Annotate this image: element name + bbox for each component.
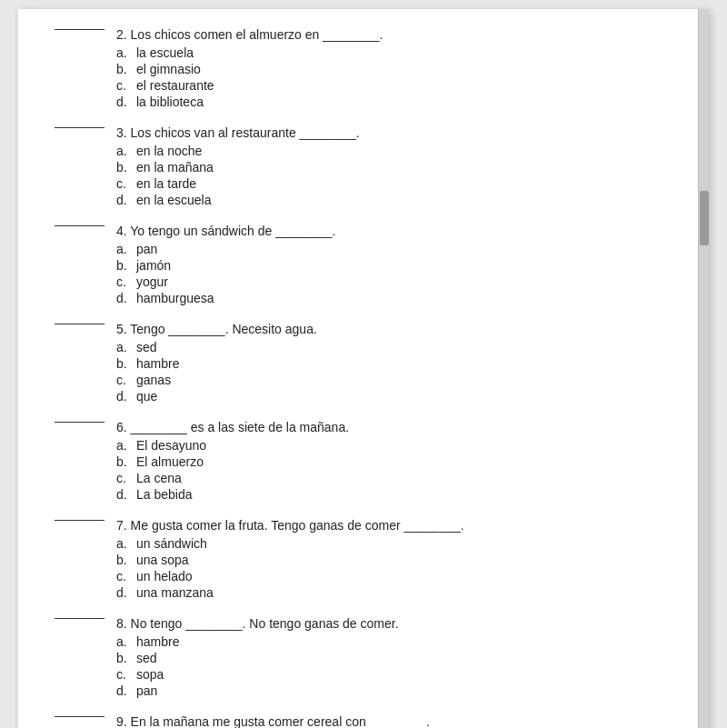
- option-text: sopa: [136, 667, 164, 682]
- option-text: El almuerzo: [136, 454, 204, 469]
- option-letter: a.: [116, 438, 136, 453]
- option-item: d.pan: [116, 683, 672, 698]
- option-text: en la mañana: [136, 160, 214, 175]
- option-text: un helado: [136, 569, 193, 583]
- option-item: b.una sopa: [116, 553, 672, 567]
- question-text-6: 6. ________ es a las siete de la mañana.: [116, 420, 672, 434]
- question-block-3: 3. Los chicos van al restaurante _______…: [55, 125, 672, 207]
- question-block-6: 6. ________ es a las siete de la mañana.…: [55, 420, 672, 502]
- option-letter: c.: [116, 373, 136, 387]
- option-item: c.el restaurante: [116, 78, 672, 93]
- option-letter: b.: [116, 160, 136, 175]
- answer-blank-9: [55, 716, 105, 717]
- option-item: a.El desayuno: [116, 438, 672, 453]
- option-letter: b.: [116, 454, 136, 469]
- option-text: la biblioteca: [136, 95, 204, 109]
- option-letter: d.: [116, 487, 136, 502]
- option-letter: c.: [116, 78, 136, 93]
- option-text: pan: [136, 242, 157, 256]
- option-text: el gimnasio: [136, 62, 201, 76]
- option-item: b.jamón: [116, 258, 672, 273]
- options-4: a.panb.jamónc.yogurd.hamburguesa: [116, 242, 672, 305]
- option-item: c.yogur: [116, 274, 672, 289]
- option-text: La cena: [136, 471, 182, 485]
- answer-blank-2: [55, 29, 105, 30]
- option-item: b.en la mañana: [116, 160, 672, 175]
- question-block-2: 2. Los chicos comen el almuerzo en _____…: [55, 27, 672, 109]
- answer-blank-7: [55, 520, 105, 521]
- page: 2. Los chicos comen el almuerzo en _____…: [18, 9, 709, 728]
- option-letter: d.: [116, 193, 136, 207]
- option-text: hamburguesa: [136, 291, 214, 305]
- option-text: ganas: [136, 373, 171, 387]
- option-text: La bebida: [136, 487, 193, 502]
- option-item: d.hamburguesa: [116, 291, 672, 305]
- option-item: d.La bebida: [116, 487, 672, 502]
- option-letter: c.: [116, 667, 136, 682]
- question-block-9: 9. En la mañana me gusta comer cereal co…: [55, 714, 672, 728]
- option-text: pan: [136, 683, 157, 698]
- option-item: c.ganas: [116, 373, 672, 387]
- option-item: a.en la noche: [116, 144, 672, 158]
- question-text-8: 8. No tengo ________. No tengo ganas de …: [116, 616, 672, 631]
- option-item: b.El almuerzo: [116, 454, 672, 469]
- option-letter: c.: [116, 569, 136, 583]
- option-item: a.pan: [116, 242, 672, 256]
- option-item: c.en la tarde: [116, 176, 672, 191]
- question-text-2: 2. Los chicos comen el almuerzo en _____…: [116, 27, 672, 42]
- answer-blank-6: [55, 422, 105, 423]
- option-text: hambre: [136, 634, 179, 649]
- question-block-5: 5. Tengo ________. Necesito agua.a.sedb.…: [55, 322, 672, 404]
- options-3: a.en la nocheb.en la mañanac.en la tarde…: [116, 144, 672, 207]
- option-letter: a.: [116, 144, 136, 158]
- option-item: d.en la escuela: [116, 193, 672, 207]
- option-letter: c.: [116, 176, 136, 191]
- question-text-3: 3. Los chicos van al restaurante _______…: [116, 125, 672, 140]
- options-6: a.El desayunob.El almuerzoc.La cenad.La …: [116, 438, 672, 502]
- question-text-4: 4. Yo tengo un sándwich de ________.: [116, 224, 672, 238]
- option-letter: a.: [116, 242, 136, 256]
- options-2: a.la escuelab.el gimnasioc.el restaurant…: [116, 45, 672, 109]
- option-text: el restaurante: [136, 78, 214, 93]
- question-block-7: 7. Me gusta comer la fruta. Tengo ganas …: [55, 518, 672, 600]
- option-letter: b.: [116, 651, 136, 665]
- option-letter: b.: [116, 62, 136, 76]
- question-text-9: 9. En la mañana me gusta comer cereal co…: [116, 714, 672, 728]
- answer-blank-5: [55, 324, 105, 324]
- option-item: c.un helado: [116, 569, 672, 583]
- option-item: a.sed: [116, 340, 672, 354]
- option-item: b.hambre: [116, 356, 672, 371]
- answer-blank-3: [55, 127, 105, 128]
- option-letter: b.: [116, 258, 136, 273]
- option-letter: d.: [116, 291, 136, 305]
- option-text: en la tarde: [136, 176, 196, 191]
- option-letter: a.: [116, 340, 136, 354]
- question-text-5: 5. Tengo ________. Necesito agua.: [116, 322, 672, 336]
- option-item: d.que: [116, 389, 672, 404]
- option-item: a.hambre: [116, 634, 672, 649]
- option-letter: d.: [116, 95, 136, 109]
- option-letter: c.: [116, 274, 136, 289]
- option-text: en la noche: [136, 144, 202, 158]
- question-block-8: 8. No tengo ________. No tengo ganas de …: [55, 616, 672, 698]
- option-item: b.el gimnasio: [116, 62, 672, 76]
- option-letter: d.: [116, 585, 136, 600]
- option-text: sed: [136, 651, 157, 665]
- option-item: a.la escuela: [116, 45, 672, 60]
- answer-blank-4: [55, 225, 105, 226]
- option-text: en la escuela: [136, 193, 212, 207]
- option-text: El desayuno: [136, 438, 206, 453]
- option-letter: c.: [116, 471, 136, 485]
- option-text: una sopa: [136, 553, 189, 567]
- option-letter: d.: [116, 683, 136, 698]
- question-text-7: 7. Me gusta comer la fruta. Tengo ganas …: [116, 518, 672, 533]
- option-item: d.la biblioteca: [116, 95, 672, 109]
- option-text: sed: [136, 340, 157, 354]
- option-text: yogur: [136, 274, 168, 289]
- scrollbar[interactable]: [698, 9, 709, 728]
- option-text: una manzana: [136, 585, 214, 600]
- option-item: a.un sándwich: [116, 536, 672, 551]
- option-letter: a.: [116, 536, 136, 551]
- option-letter: b.: [116, 553, 136, 567]
- answer-blank-8: [55, 618, 105, 619]
